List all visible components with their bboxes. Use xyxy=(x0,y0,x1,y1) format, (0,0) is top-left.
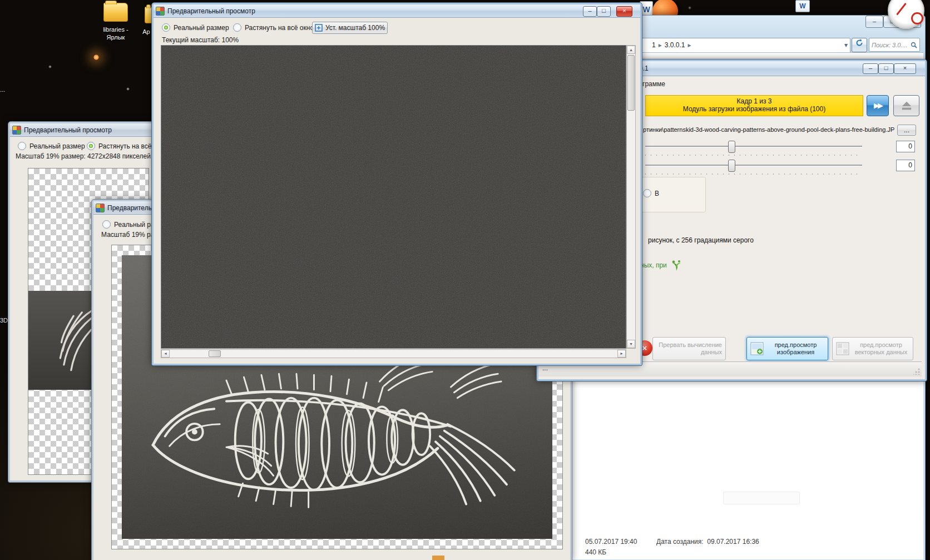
banner-module-label: Модуль загрузки изображения из файла (10… xyxy=(646,105,863,113)
breadcrumb-chevron-icon: ▸ xyxy=(656,41,665,49)
slider-top-thumb[interactable] xyxy=(728,141,735,153)
radio-icon[interactable] xyxy=(102,220,111,229)
photo-grain xyxy=(161,46,626,348)
scroll-up-icon[interactable]: ▴ xyxy=(627,46,635,54)
green-status-fragment: ных, при xyxy=(640,261,667,269)
libraries-folder-icon[interactable] xyxy=(103,3,128,23)
libraries-icon-label[interactable]: libraries - Ярлык xyxy=(89,26,142,41)
breadcrumb-chevron-icon: ▸ xyxy=(685,41,694,49)
status-text: ... xyxy=(542,364,548,372)
radio-real-size[interactable]: Реальный раз xyxy=(102,220,157,229)
radio-real-size[interactable]: Реальный размер xyxy=(162,23,229,32)
radio-icon[interactable] xyxy=(87,142,95,150)
partial-desktop-icon[interactable] xyxy=(145,7,152,23)
star-glow xyxy=(93,54,99,60)
search-icon xyxy=(911,42,917,48)
preview-close-button[interactable]: × xyxy=(616,6,632,17)
preview-front-titlebar[interactable]: Предварительный просмотр xyxy=(154,4,640,18)
edge-label-top: ... xyxy=(0,86,5,93)
eject-button[interactable] xyxy=(893,95,919,116)
slider-bottom-thumb[interactable] xyxy=(728,160,735,172)
preview-vector-button[interactable]: пред.просмотр векторных данных xyxy=(832,337,913,360)
scale-icon xyxy=(315,24,323,32)
faded-button[interactable] xyxy=(723,492,800,504)
vector-preview-icon xyxy=(836,342,849,355)
preview-app-icon xyxy=(96,204,105,212)
preview-app-icon xyxy=(156,7,165,16)
vertical-scrollbar[interactable]: ▴ ▾ xyxy=(626,45,636,349)
preview-image-button[interactable]: пред.просмотр изображения xyxy=(746,337,828,360)
scroll-right-icon[interactable]: ▸ xyxy=(617,350,626,358)
edge-label-3d[interactable]: 3D xyxy=(0,317,8,324)
banner-frame-counter: Кадр 1 из 3 xyxy=(646,97,863,105)
radio-real-size[interactable]: Реальный размер xyxy=(18,142,85,151)
slider-top-value[interactable]: 0 xyxy=(896,141,915,152)
scroll-down-icon[interactable]: ▾ xyxy=(627,340,635,348)
carved-fish-art xyxy=(138,349,522,524)
preview-window-front: Предварительный просмотр – □ × Реальный … xyxy=(152,3,642,365)
frame-progress-banner: Кадр 1 из 3 Модуль загрузки изображения … xyxy=(645,95,863,116)
taskbar-item-fragment[interactable] xyxy=(432,556,444,560)
set-scale-button[interactable]: Уст. масштаб 100% xyxy=(312,22,388,34)
radio-icon[interactable] xyxy=(233,23,241,32)
preview-minimize-button[interactable]: – xyxy=(583,6,597,17)
radio-b[interactable]: В xyxy=(643,189,659,198)
slider-bottom-value[interactable]: 0 xyxy=(896,160,915,171)
preview-left-titlebar[interactable]: Предварительный просмотр xyxy=(10,123,156,137)
horizontal-scrollbar[interactable]: ◂ ▸ xyxy=(161,349,626,358)
slider-top-ticks xyxy=(645,155,862,156)
address-bar[interactable]: 1▸3.0.0.1▸ ▾ xyxy=(607,38,850,53)
scale-info-label: Масштаб 19% размер: 4272x2848 пикселей xyxy=(16,152,151,160)
preview-image-area[interactable] xyxy=(161,45,626,349)
radio-stretch[interactable]: Растянуть на всё окно xyxy=(233,23,314,32)
window-title: Предварительный просмотр xyxy=(167,7,255,15)
file-date-modified: 05.07.2017 19:40 xyxy=(585,538,637,546)
preview-app-icon xyxy=(12,126,21,135)
address-dropdown-icon[interactable]: ▾ xyxy=(844,41,848,49)
preview-maximize-button[interactable]: □ xyxy=(597,6,611,17)
refresh-icon xyxy=(855,39,863,47)
screen: libraries - Ярлык Ар ... 3D W W – □ × 1▸… xyxy=(0,0,930,560)
search-input[interactable]: Поиск: 3.0.... xyxy=(869,38,920,52)
word-doc-icon-2[interactable]: W xyxy=(795,0,810,12)
file-path-text: ртинки\patternskid-3d-wood-carving-patte… xyxy=(643,126,894,133)
explorer-minimize-button[interactable]: – xyxy=(865,16,883,28)
menu-item-fragment[interactable]: грамме xyxy=(642,80,665,88)
file-created: Дата создания: 09.07.2017 16:36 xyxy=(656,538,759,546)
window-title: Предварительный просмотр xyxy=(24,126,112,134)
app-maximize-button[interactable]: □ xyxy=(878,63,894,74)
eject-icon xyxy=(901,100,913,111)
radio-icon[interactable] xyxy=(18,142,26,150)
abort-calculation-button[interactable]: Прервать вычисление данных xyxy=(652,337,726,360)
current-scale-label: Текущий масштаб: 100% xyxy=(162,36,239,44)
grayscale-mode-fragment: рисунок, с 256 градациями серого xyxy=(648,236,754,244)
horizontal-scroll-thumb[interactable] xyxy=(209,350,221,357)
app-minimize-button[interactable]: – xyxy=(863,63,878,74)
slider-bottom-ticks xyxy=(645,174,862,175)
fast-forward-icon: ▶▶ xyxy=(874,101,882,110)
scroll-left-icon[interactable]: ◂ xyxy=(161,350,170,358)
radio-icon[interactable] xyxy=(643,189,651,197)
refresh-button[interactable] xyxy=(852,38,867,52)
vertical-scroll-thumb[interactable] xyxy=(627,55,635,111)
resize-grip[interactable] xyxy=(913,368,920,375)
app-close-button[interactable]: × xyxy=(894,63,916,74)
radio-icon[interactable] xyxy=(162,23,170,32)
breadcrumb[interactable]: 1▸3.0.0.1▸ xyxy=(652,41,694,49)
plant-icon xyxy=(670,259,682,272)
file-size: 440 КБ xyxy=(585,548,606,556)
browse-button[interactable]: ... xyxy=(897,125,916,136)
image-preview-icon xyxy=(750,342,764,355)
slider-bottom-track[interactable] xyxy=(645,165,862,166)
fast-forward-button[interactable]: ▶▶ xyxy=(867,95,889,116)
slider-top-track[interactable] xyxy=(645,146,862,147)
